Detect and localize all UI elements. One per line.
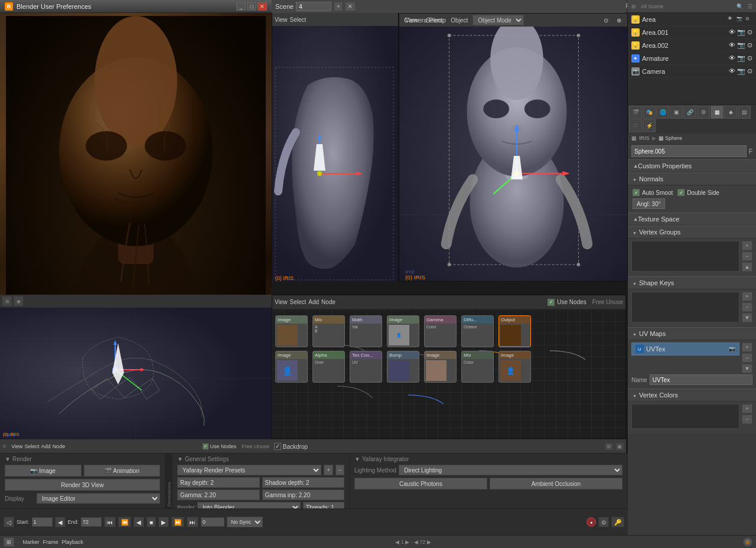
select-icon-camera[interactable]: ⊙ bbox=[747, 67, 752, 75]
timeline-icon-2[interactable]: 🔑 bbox=[611, 517, 624, 527]
step-back-button[interactable]: ⏪ bbox=[118, 517, 131, 527]
tab-data[interactable]: ▦ bbox=[711, 106, 724, 119]
node-skin[interactable]: Image bbox=[424, 351, 457, 383]
play-back-button[interactable]: ◀ bbox=[133, 517, 144, 527]
jump-end-button[interactable]: ⏭ bbox=[187, 517, 198, 527]
node-octane[interactable]: Diffu... Octane bbox=[461, 315, 494, 347]
uv-item-uvtex[interactable]: U UVTex 📷 bbox=[631, 342, 739, 355]
auto-smooth-checkbox[interactable]: ✓ bbox=[633, 189, 640, 196]
tab-particles[interactable]: ∷ bbox=[629, 119, 642, 132]
visibility-icon-armature[interactable]: 👁 bbox=[729, 54, 735, 62]
end-frame-input[interactable] bbox=[81, 517, 102, 527]
use-nodes-bottom[interactable]: ✓ Use Nodes bbox=[203, 443, 236, 449]
uv-add-button[interactable]: + bbox=[742, 342, 752, 352]
scene-number-input[interactable] bbox=[296, 2, 331, 11]
select-icon-area002[interactable]: ⊙ bbox=[747, 41, 752, 49]
me-icon[interactable]: ⊙ bbox=[2, 443, 6, 449]
select-icon-area001[interactable]: ⊙ bbox=[747, 28, 752, 36]
gamma-inp-value[interactable]: Gamma inp: 2.20 bbox=[262, 490, 345, 500]
backdrop-checkbox[interactable]: ✓ bbox=[274, 443, 281, 450]
vg-remove-button[interactable]: − bbox=[742, 252, 752, 261]
render-icon-camera[interactable]: 📷 bbox=[737, 67, 745, 75]
select-icon-armature[interactable]: ⊙ bbox=[747, 54, 752, 62]
texture-space-header[interactable]: Texture Space bbox=[628, 213, 756, 226]
render-icon-armature[interactable]: 📷 bbox=[737, 54, 745, 62]
node-menu-mesh[interactable]: Node bbox=[53, 443, 66, 449]
node-mix2[interactable]: Mix Color bbox=[461, 351, 494, 383]
node-select-menu[interactable]: Select bbox=[290, 299, 307, 305]
tab-constraints[interactable]: 🔗 bbox=[683, 106, 696, 119]
normals-header[interactable]: Normals bbox=[628, 172, 756, 185]
caustic-photons-button[interactable]: Caustic Photons bbox=[354, 478, 487, 490]
node-add-menu[interactable]: Add bbox=[308, 299, 319, 305]
add-menu-mesh[interactable]: Add bbox=[41, 443, 51, 449]
shape-keys-header[interactable]: Shape Keys bbox=[628, 276, 756, 289]
double-side-label[interactable]: ✓ Double Side bbox=[677, 189, 719, 196]
tab-modifiers[interactable]: ⚙ bbox=[697, 106, 710, 119]
remove-scene-button[interactable]: ✕ bbox=[345, 2, 356, 11]
outliner-item-armature[interactable]: ✦ Armature 👁 📷 ⊙ bbox=[628, 52, 756, 65]
status-icon-btn[interactable]: ⊞ bbox=[4, 537, 14, 547]
vc-add-button[interactable]: + bbox=[742, 404, 752, 413]
use-nodes-toggle[interactable]: ✓ Use Nodes bbox=[548, 299, 586, 306]
timeline-icon-1[interactable]: ⊙ bbox=[598, 517, 609, 527]
node-final-face[interactable]: Image 👤 bbox=[498, 351, 531, 383]
node-type-btn-1[interactable]: ⊞ bbox=[605, 443, 613, 450]
vertex-colors-header[interactable]: Vertex Colors bbox=[628, 389, 756, 402]
jump-start-button[interactable]: ⏮ bbox=[104, 517, 116, 527]
vg-add-button[interactable]: + bbox=[742, 241, 752, 250]
outliner-item-camera[interactable]: 📷 Camera 👁 📷 ⊙ bbox=[628, 65, 756, 78]
outliner-item-area[interactable]: 💡 Area 👁 📷 ⊙ bbox=[628, 13, 756, 26]
lighting-method-select[interactable]: Direct Lighting bbox=[399, 465, 623, 475]
yafaray-presets-select[interactable]: Yafaray Render Presets bbox=[177, 465, 321, 475]
current-frame-input[interactable] bbox=[201, 517, 224, 527]
double-side-checkbox[interactable]: ✓ bbox=[677, 189, 685, 196]
node-node-menu[interactable]: Node bbox=[321, 299, 335, 305]
play-button[interactable]: ▶ bbox=[158, 517, 169, 527]
tab-world[interactable]: 🌐 bbox=[656, 106, 669, 119]
free-unuse-label[interactable]: Free Unuse bbox=[592, 299, 623, 305]
angle-button[interactable]: Angl: 30° bbox=[633, 198, 665, 209]
uv-name-input[interactable] bbox=[650, 374, 752, 385]
tab-scene[interactable]: 🎭 bbox=[643, 106, 656, 119]
main-3d-viewport[interactable]: View Select Object Object Mode ⊙ ⊕ bbox=[399, 13, 628, 282]
node-bump[interactable]: Bump bbox=[387, 351, 419, 383]
node-face-1[interactable]: Image 👤 bbox=[275, 351, 308, 383]
select-icon-area[interactable]: ⊙ bbox=[745, 16, 752, 23]
maximize-button[interactable]: □ bbox=[247, 2, 256, 11]
use-nodes-bottom-cb[interactable]: ✓ bbox=[203, 443, 208, 449]
gamma-value[interactable]: Gamma: 2.20 bbox=[177, 490, 260, 500]
visibility-icon-area[interactable]: 👁 bbox=[728, 16, 735, 23]
close-button[interactable]: ✕ bbox=[258, 2, 267, 11]
viewport-icon-2[interactable]: ⊕ bbox=[613, 15, 625, 25]
uv-camera-icon[interactable]: 📷 bbox=[729, 346, 735, 352]
stop-button[interactable]: ■ bbox=[146, 517, 156, 527]
free-unuse-bottom[interactable]: Free Unuse bbox=[242, 443, 269, 449]
tab-physics[interactable]: ⚡ bbox=[643, 119, 656, 132]
sk-down-button[interactable]: ▼ bbox=[742, 313, 752, 322]
ambient-occlusion-button[interactable]: Ambient Occlusion bbox=[490, 478, 623, 490]
node-canvas[interactable]: Image Mix AB Math Val Image 👤 bbox=[272, 309, 625, 438]
marker-menu[interactable]: Marker bbox=[23, 539, 40, 545]
blender-status-icon[interactable]: B bbox=[743, 537, 752, 547]
use-nodes-checkbox[interactable]: ✓ bbox=[548, 299, 555, 306]
add-scene-button[interactable]: + bbox=[334, 2, 343, 11]
start-frame-input[interactable] bbox=[32, 517, 53, 527]
node-type-btn-2[interactable]: ◉ bbox=[615, 443, 624, 450]
mode-select[interactable]: Object Mode bbox=[472, 15, 524, 25]
render-icon-area002[interactable]: 📷 bbox=[737, 41, 745, 49]
node-math-1[interactable]: Math Val bbox=[350, 315, 382, 347]
node-view-menu[interactable]: View bbox=[275, 299, 288, 305]
node-tex-coord[interactable]: Tex Coo... UV bbox=[350, 351, 382, 383]
tab-material[interactable]: ◆ bbox=[724, 106, 737, 119]
vc-remove-button[interactable]: − bbox=[742, 415, 752, 424]
ray-depth-value[interactable]: Ray depth: 2 bbox=[177, 477, 260, 488]
timeline-nav-icon[interactable]: ◁ bbox=[4, 517, 14, 527]
render-icon-area001[interactable]: 📷 bbox=[737, 28, 745, 36]
presets-add-button[interactable]: + bbox=[324, 465, 333, 475]
sync-select[interactable]: No Sync bbox=[227, 517, 263, 527]
render-animation-button[interactable]: 🎬 Animation bbox=[84, 465, 161, 477]
presets-remove-button[interactable]: − bbox=[335, 465, 344, 475]
node-image-1[interactable]: Image bbox=[275, 315, 308, 347]
visibility-icon-area002[interactable]: 👁 bbox=[729, 41, 735, 49]
